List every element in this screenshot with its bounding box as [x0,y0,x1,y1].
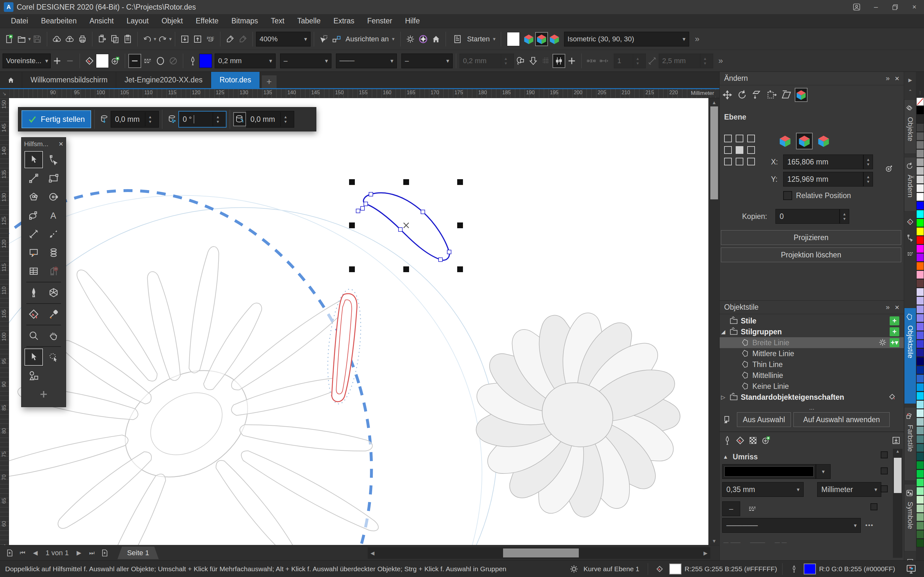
move-icon[interactable] [721,88,734,102]
dash-style-icon[interactable] [746,502,759,516]
menu-objekt[interactable]: Objekt [155,14,189,28]
close-button[interactable]: × [905,0,924,14]
palette-swatch[interactable] [916,392,924,400]
palette-swatch[interactable] [916,331,924,340]
redo-icon[interactable] [156,32,169,46]
outline-width-combo[interactable]: 0,35 mm▾ [722,482,804,497]
docker-scroll-thumb[interactable] [894,458,901,493]
palette-swatch[interactable] [916,314,924,322]
menu-hilfe[interactable]: Hilfe [399,14,426,28]
styles-expand-icon[interactable]: » [886,303,889,311]
add-page-after-icon[interactable] [98,546,111,559]
extrude-angle-input[interactable]: 0 ° ▴▾ [178,111,226,127]
pan-hand-icon[interactable] [44,326,63,345]
clipboard-icon[interactable] [121,32,134,46]
palette-swatch[interactable] [916,478,924,487]
undo-icon[interactable] [141,32,153,46]
styles-close-icon[interactable]: × [895,303,899,312]
style-tree-item[interactable]: Breite Linie+▾ [720,337,904,348]
line-style-combo[interactable]: ───▾ [336,53,397,68]
palette-swatch[interactable] [916,452,924,461]
project-shape-icon[interactable] [780,88,793,102]
fill-docker-stub-icon[interactable] [904,215,916,229]
welcome-home-tab[interactable] [0,72,22,88]
shape-edit-icon[interactable] [44,150,63,169]
palette-swatch[interactable] [916,253,924,261]
pdf-export-icon[interactable]: PDF [204,32,217,46]
add-style-drop-icon[interactable]: +▾ [890,338,899,347]
cloud-upload-icon[interactable] [63,32,76,46]
width-inherit-checkbox[interactable] [881,485,888,492]
palette-swatch[interactable] [916,348,924,357]
scroll-down-icon[interactable]: ▼ [709,537,720,545]
import-style-icon[interactable] [890,434,903,448]
menu-datei[interactable]: Datei [5,14,35,28]
projection-cube-right-icon[interactable] [548,32,561,46]
add-preset-icon[interactable] [51,54,63,68]
palette-swatch[interactable] [916,305,924,314]
docker-scrollbar[interactable]: ▲ [893,449,903,558]
add-fill-icon[interactable] [109,54,121,68]
hscroll-left-icon[interactable]: ◀ [368,547,377,559]
delete-projection-button[interactable]: Projektion löschen [721,247,901,262]
palette-swatch[interactable] [916,357,924,366]
connector-tool-icon[interactable] [44,225,63,243]
account-icon[interactable] [847,0,866,14]
palette-swatch[interactable] [916,245,924,253]
style-options-icon[interactable] [722,413,734,427]
paste-icon[interactable] [95,32,108,46]
palette-swatch[interactable] [916,418,924,426]
gear-icon[interactable] [404,32,417,46]
color-inherit-checkbox[interactable] [881,467,888,474]
palette-swatch[interactable] [916,444,924,452]
palette-swatch[interactable] [916,322,924,331]
menu-text[interactable]: Text [264,14,291,28]
status-gear-icon[interactable] [567,562,580,576]
style-inherit-checkbox[interactable] [871,503,877,510]
palette-swatch[interactable] [916,400,924,409]
toolbox-close-icon[interactable]: × [59,139,63,148]
fill-color-swatch[interactable] [96,54,109,68]
projection-cube-active-icon[interactable] [535,32,548,46]
save-icon[interactable] [31,32,44,46]
outline-collapse-icon[interactable]: ▲ [723,454,728,460]
menu-tabelle[interactable]: Tabelle [291,14,327,28]
eyedropper-icon[interactable] [44,305,63,324]
palette-swatch[interactable] [916,184,924,192]
box3d-tool-icon[interactable] [44,284,63,302]
size-icon[interactable] [765,88,778,102]
menu-effekte[interactable]: Effekte [189,14,225,28]
palette-swatch[interactable] [916,115,924,123]
last-page-icon[interactable]: ⏭ [86,546,98,559]
docker-tab-objekte[interactable]: Objekte [904,99,916,154]
export-icon[interactable] [191,32,204,46]
circle-center-icon[interactable] [44,187,63,206]
palette-swatch[interactable] [916,504,924,513]
anchor-point-grid[interactable] [724,135,755,165]
preset-combo[interactable]: Voreinste...▾ [3,53,51,68]
docker-tab-objektstile[interactable]: Objektstile [904,308,916,404]
relative-position-checkbox[interactable] [783,191,792,200]
from-selection-button[interactable]: Aus Auswahl [737,412,791,427]
hscroll-thumb[interactable] [503,548,579,558]
open-folder-icon[interactable] [15,32,28,46]
palette-swatch[interactable] [916,227,924,235]
outline-width-combo[interactable]: 0,2 mm▾ [215,53,276,68]
pick-tool-icon[interactable] [24,150,44,169]
fill-style-icon[interactable] [83,54,96,68]
outline-ellipse-icon[interactable] [154,54,167,68]
prev-page-icon[interactable]: ◀ [29,546,42,559]
iso-cube-icon[interactable] [795,88,808,102]
break-nodes-icon[interactable] [585,54,598,68]
palette-swatch[interactable] [916,132,924,140]
scale-with-object-icon[interactable] [527,54,540,68]
pick-tool-icon[interactable] [24,348,44,366]
start-dropdown[interactable]: Starten▾ [449,32,498,46]
docker-tab-farbstile[interactable]: Farbstile [904,407,916,481]
object-properties-icon[interactable] [552,54,565,68]
palette-swatch[interactable] [916,236,924,244]
remove-preset-icon[interactable] [63,54,76,68]
projection-cube-left-icon[interactable] [522,32,535,46]
outline-unit-combo[interactable]: Millimeter▾ [817,482,881,497]
palette-swatch[interactable] [916,374,924,383]
